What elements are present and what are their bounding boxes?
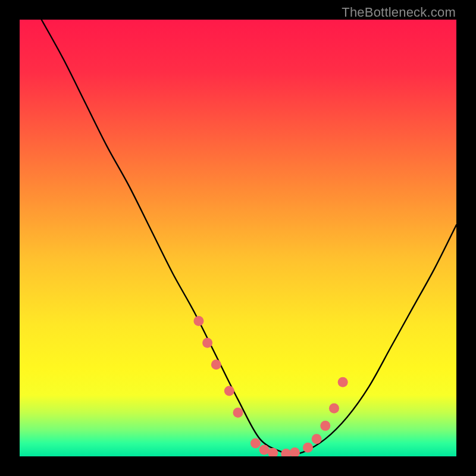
data-point: [290, 447, 300, 456]
data-point: [224, 386, 234, 396]
data-point: [312, 434, 322, 444]
data-point: [281, 449, 291, 456]
data-point: [193, 316, 203, 326]
data-point: [202, 338, 212, 348]
gradient-plot-area: [20, 20, 456, 456]
watermark: TheBottleneck.com: [342, 5, 456, 20]
data-point: [329, 403, 339, 414]
data-point: [250, 438, 261, 448]
data-point: [211, 359, 221, 369]
data-point: [320, 421, 330, 431]
data-point: [268, 448, 278, 456]
data-points: [20, 20, 456, 456]
data-point: [233, 408, 243, 418]
data-point: [303, 443, 313, 453]
data-point: [259, 444, 270, 455]
data-point: [338, 377, 348, 387]
